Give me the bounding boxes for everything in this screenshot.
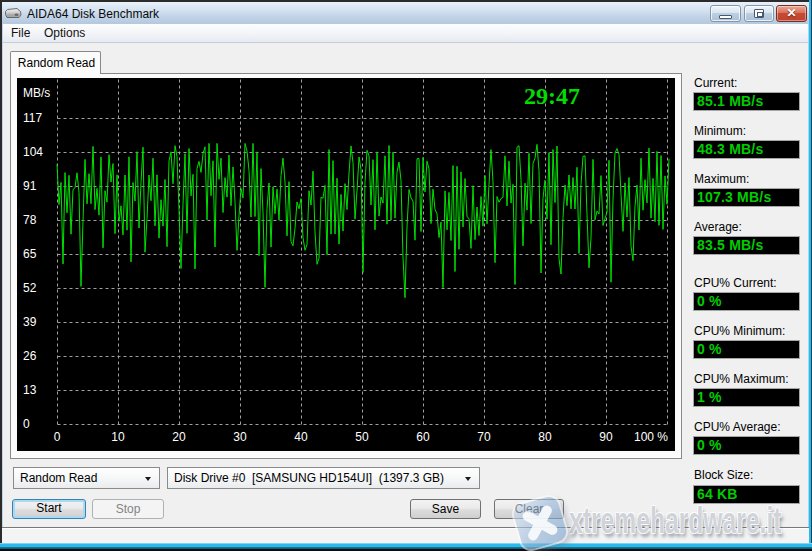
svg-text:0: 0 bbox=[23, 417, 30, 431]
svg-text:MB/s: MB/s bbox=[23, 86, 50, 100]
svg-text:29:47: 29:47 bbox=[524, 83, 580, 109]
svg-text:10: 10 bbox=[111, 430, 125, 444]
svg-text:80: 80 bbox=[538, 430, 552, 444]
svg-text:65: 65 bbox=[23, 247, 37, 261]
svg-text:52: 52 bbox=[23, 281, 37, 295]
svg-text:90: 90 bbox=[599, 430, 613, 444]
svg-text:26: 26 bbox=[23, 349, 37, 363]
svg-text:0: 0 bbox=[54, 430, 61, 444]
svg-text:30: 30 bbox=[233, 430, 247, 444]
svg-text:20: 20 bbox=[172, 430, 186, 444]
svg-text:40: 40 bbox=[294, 430, 308, 444]
svg-text:13: 13 bbox=[23, 383, 37, 397]
svg-text:91: 91 bbox=[23, 179, 37, 193]
svg-text:117: 117 bbox=[23, 111, 42, 125]
svg-text:100 %: 100 % bbox=[634, 430, 668, 444]
svg-text:104: 104 bbox=[23, 145, 43, 159]
svg-text:50: 50 bbox=[355, 430, 369, 444]
svg-text:70: 70 bbox=[477, 430, 491, 444]
svg-text:60: 60 bbox=[416, 430, 430, 444]
svg-text:78: 78 bbox=[23, 213, 37, 227]
svg-text:39: 39 bbox=[23, 315, 37, 329]
